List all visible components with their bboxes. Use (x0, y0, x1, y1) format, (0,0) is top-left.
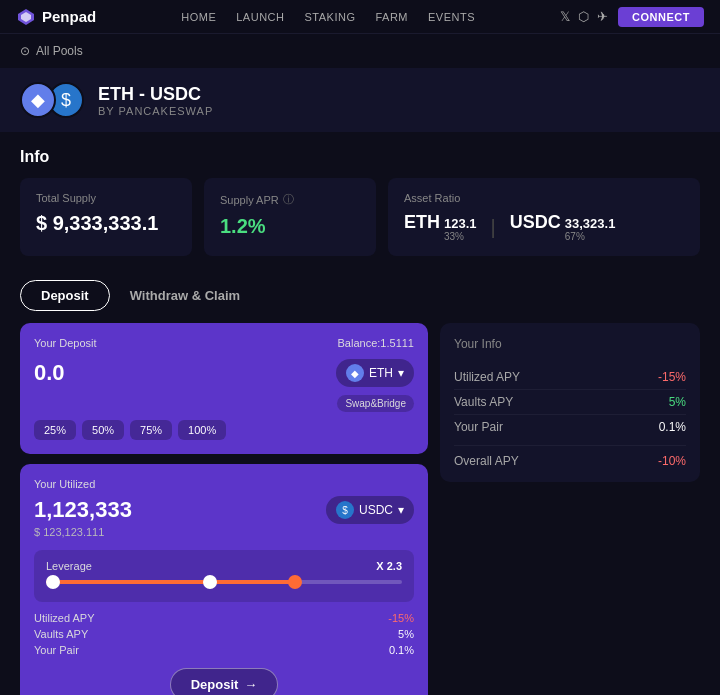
usdc-amount: 33,323.1 (565, 216, 616, 231)
vaults-apy-info-row: Vaults APY 5% (454, 390, 686, 415)
slider-thumb-right (288, 575, 302, 589)
your-info-title: Your Info (454, 337, 686, 351)
info-cards: Total Supply $ 9,333,333.1 Supply APR ⓘ … (20, 178, 700, 256)
asset-ratio-card: Asset Ratio ETH 123.1 33% | USDC 33,323.… (388, 178, 700, 256)
usdc-asset: USDC 33,323.1 67% (510, 212, 616, 242)
deposit-input-value: 0.0 (34, 360, 65, 386)
pool-header: ◆ $ ETH - USDC BY PANCAKESWAP (0, 68, 720, 132)
nav-farm[interactable]: FARM (375, 11, 408, 23)
breadcrumb[interactable]: ⊙ All Pools (0, 34, 720, 68)
nav-right: 𝕏 ⬡ ✈ CONNECT (560, 7, 704, 27)
nav-launch[interactable]: LAUNCH (236, 11, 284, 23)
your-pair-label: Your Pair (34, 644, 79, 656)
nav-events[interactable]: EVENTS (428, 11, 475, 23)
eth-amount: 123.1 (444, 216, 477, 231)
pool-by: BY PANCAKESWAP (98, 105, 213, 117)
vaults-apy-info-label: Vaults APY (454, 395, 513, 409)
info-rows-group: Utilized APY -15% Vaults APY 5% Your Pai… (454, 365, 686, 439)
nav-home[interactable]: HOME (181, 11, 216, 23)
breadcrumb-label: All Pools (36, 44, 83, 58)
utilized-apy-info-label: Utilized APY (454, 370, 520, 384)
slider-thumb-left (46, 575, 60, 589)
pct-50-button[interactable]: 50% (82, 420, 124, 440)
navbar: Penpad HOME LAUNCH STAKING FARM EVENTS 𝕏… (0, 0, 720, 34)
usdc-pct: 67% (565, 231, 616, 242)
connect-button[interactable]: CONNECT (618, 7, 704, 27)
your-pair-value: 0.1% (389, 644, 414, 656)
leverage-header: Leverage X 2.3 (46, 560, 402, 572)
info-section: Info Total Supply $ 9,333,333.1 Supply A… (0, 132, 720, 272)
balance-display: Balance:1.5111 (338, 337, 414, 349)
supply-apr-label: Supply APR ⓘ (220, 192, 360, 207)
deposit-action-button[interactable]: Deposit → (170, 668, 279, 695)
eth-icon: ◆ (20, 82, 56, 118)
swap-bridge-button[interactable]: Swap&Bridge (337, 395, 414, 412)
vaults-apy-value: 5% (398, 628, 414, 640)
deposit-label: Your Deposit (34, 337, 97, 349)
overall-apy-label: Overall APY (454, 454, 519, 468)
pool-name: ETH - USDC (98, 84, 213, 105)
your-pair-row: Your Pair 0.1% (34, 644, 414, 656)
pct-75-button[interactable]: 75% (130, 420, 172, 440)
eth-selector-icon: ◆ (346, 364, 364, 382)
utilized-apy-info-row: Utilized APY -15% (454, 365, 686, 390)
utilized-apy-value: -15% (388, 612, 414, 624)
logo-text: Penpad (42, 8, 96, 25)
info-title: Info (20, 148, 700, 166)
slider-thumb-mid (203, 575, 217, 589)
usdc-selector[interactable]: $ USDC ▾ (326, 496, 414, 524)
social-icons: 𝕏 ⬡ ✈ (560, 9, 608, 24)
overall-apy-value: -10% (658, 454, 686, 468)
usdc-amounts: 33,323.1 67% (565, 216, 616, 242)
token-icons: ◆ $ (20, 82, 84, 118)
vaults-apy-row: Vaults APY 5% (34, 628, 414, 640)
usdc-chevron-icon: ▾ (398, 503, 404, 517)
main-content: Your Deposit Balance:1.5111 0.0 ◆ ETH ▾ … (0, 323, 720, 695)
eth-asset: ETH 123.1 33% (404, 212, 477, 242)
nav-links: HOME LAUNCH STAKING FARM EVENTS (181, 11, 475, 23)
vaults-apy-label: Vaults APY (34, 628, 88, 640)
logo: Penpad (16, 7, 96, 27)
total-supply-value: $ 9,333,333.1 (36, 212, 176, 235)
overall-apy-row: Overall APY -10% (454, 445, 686, 468)
utilized-usd: $ 123,123.111 (34, 526, 414, 538)
utilized-row: 1,123,333 $ USDC ▾ (34, 496, 414, 524)
your-pair-info-row: Your Pair 0.1% (454, 415, 686, 439)
chevron-down-icon: ▾ (398, 366, 404, 380)
twitter-icon[interactable]: 𝕏 (560, 9, 570, 24)
asset-divider: | (491, 216, 496, 239)
left-panel: Your Deposit Balance:1.5111 0.0 ◆ ETH ▾ … (20, 323, 428, 695)
breadcrumb-icon: ⊙ (20, 44, 30, 58)
nav-staking[interactable]: STAKING (304, 11, 355, 23)
usdc-selector-icon: $ (336, 501, 354, 519)
arrow-right-icon: → (244, 677, 257, 692)
tab-withdraw[interactable]: Withdraw & Claim (110, 281, 260, 310)
asset-ratio-label: Asset Ratio (404, 192, 684, 204)
your-pair-info-value: 0.1% (659, 420, 686, 434)
info-icon: ⓘ (283, 192, 294, 207)
pct-100-button[interactable]: 100% (178, 420, 226, 440)
leverage-slider-track[interactable] (46, 580, 402, 584)
telegram-icon[interactable]: ✈ (597, 9, 608, 24)
eth-token-selector[interactable]: ◆ ETH ▾ (336, 359, 414, 387)
deposit-input-row: 0.0 ◆ ETH ▾ (34, 359, 414, 387)
supply-apr-card: Supply APR ⓘ 1.2% (204, 178, 376, 256)
pct-25-button[interactable]: 25% (34, 420, 76, 440)
utilized-label: Your Utilized (34, 478, 414, 490)
eth-pct: 33% (444, 231, 477, 242)
utilized-card: Your Utilized 1,123,333 $ USDC ▾ $ 123,1… (20, 464, 428, 695)
discord-icon[interactable]: ⬡ (578, 9, 589, 24)
tabs: Deposit Withdraw & Claim (0, 272, 720, 323)
supply-apr-value: 1.2% (220, 215, 360, 238)
apy-rows: Utilized APY -15% Vaults APY 5% Your Pai… (34, 612, 414, 656)
total-supply-label: Total Supply (36, 192, 176, 204)
percent-buttons: 25% 50% 75% 100% (34, 420, 414, 440)
eth-symbol: ETH (404, 212, 440, 233)
utilized-apy-label: Utilized APY (34, 612, 95, 624)
leverage-label: Leverage (46, 560, 92, 572)
your-info-card: Your Info Utilized APY -15% Vaults APY 5… (440, 323, 700, 482)
eth-amounts: 123.1 33% (444, 216, 477, 242)
usdc-symbol: USDC (510, 212, 561, 233)
deposit-header: Your Deposit Balance:1.5111 (34, 337, 414, 349)
tab-deposit[interactable]: Deposit (20, 280, 110, 311)
